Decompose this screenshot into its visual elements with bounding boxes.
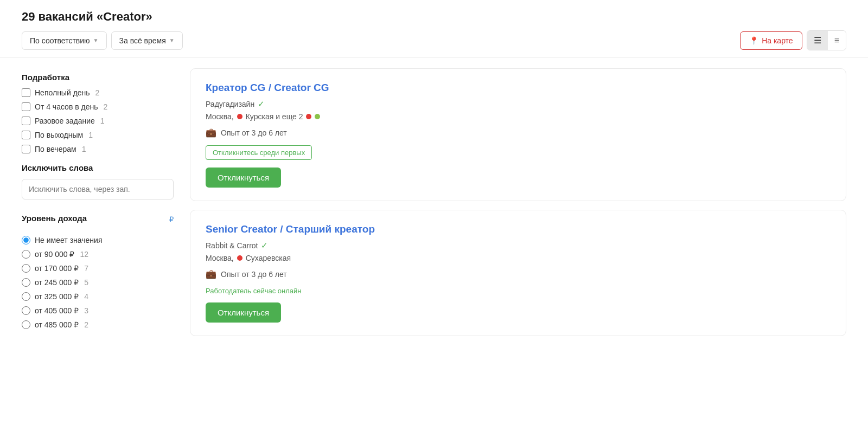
- radio-inc5-label: от 405 000 ₽: [35, 306, 79, 315]
- checkbox-part5[interactable]: По вечерам 1: [22, 145, 174, 153]
- vacancy-list: Креатор CG / Creator CG Радугадизайн ✓ М…: [190, 68, 846, 345]
- checkbox-part5-count: 1: [82, 145, 86, 153]
- checkbox-part1-label: Неполный день: [35, 88, 90, 97]
- checkbox-part3-input[interactable]: [22, 117, 30, 125]
- tag-badge-v1: Откликнитесь среди первых: [206, 145, 312, 160]
- respond-button-v2[interactable]: Откликнуться: [206, 302, 281, 323]
- exclude-title: Исключить слова: [22, 163, 174, 172]
- compact-view-button[interactable]: ☰: [807, 31, 828, 50]
- checkbox-part1-count: 2: [95, 88, 100, 97]
- radio-inc2-input[interactable]: [22, 264, 30, 273]
- radio-inc0[interactable]: Не имеет значения: [22, 236, 174, 244]
- checkbox-part4-count: 1: [88, 131, 93, 139]
- radio-inc5-input[interactable]: [22, 306, 30, 315]
- checkbox-part4[interactable]: По выходным 1: [22, 131, 174, 139]
- vacancy-card-v1: Креатор CG / Creator CG Радугадизайн ✓ М…: [190, 68, 846, 201]
- verified-icon-v2: ✓: [261, 241, 268, 250]
- radio-inc4-count: 4: [84, 292, 88, 301]
- location-row-v1: Москва, Курская и еще 2: [206, 112, 831, 121]
- radio-inc2-count: 7: [84, 264, 88, 273]
- respond-button-v1[interactable]: Откликнуться: [206, 168, 281, 188]
- checkbox-part4-label: По выходным: [35, 131, 83, 139]
- radio-inc3-label: от 245 000 ₽: [35, 278, 79, 287]
- city-v1: Москва,: [206, 112, 234, 121]
- time-label: За всё время: [119, 36, 166, 45]
- radio-inc5[interactable]: от 405 000 ₽ 3: [22, 306, 174, 315]
- checkbox-part1-input[interactable]: [22, 88, 30, 97]
- metro-name-v2: Сухаревская: [246, 254, 291, 262]
- radio-inc4[interactable]: от 325 000 ₽ 4: [22, 292, 174, 301]
- online-badge-v2: Работодатель сейчас онлайн: [206, 287, 831, 295]
- radio-inc5-count: 3: [84, 306, 88, 315]
- radio-inc2-label: от 170 000 ₽: [35, 264, 79, 273]
- metro-dot-v1-3: [315, 114, 320, 119]
- map-button[interactable]: 📍 На карте: [740, 31, 802, 50]
- radio-inc6-input[interactable]: [22, 320, 30, 329]
- exclude-section: Исключить слова: [22, 163, 174, 199]
- exclude-input[interactable]: [22, 179, 174, 199]
- map-button-label: На карте: [762, 36, 793, 45]
- radio-inc6[interactable]: от 485 000 ₽ 2: [22, 320, 174, 329]
- location-row-v2: Москва, Сухаревская: [206, 254, 831, 262]
- radio-inc1-label: от 90 000 ₽: [35, 250, 75, 259]
- checkbox-part2-input[interactable]: [22, 102, 30, 111]
- compact-view-icon: ☰: [814, 36, 821, 45]
- experience-text-v1: Опыт от 3 до 6 лет: [221, 128, 287, 137]
- chevron-down-icon: ▼: [169, 37, 175, 43]
- income-section: Уровень дохода ₽ Не имеет значения от 90…: [22, 209, 174, 329]
- experience-text-v2: Опыт от 3 до 6 лет: [221, 270, 287, 279]
- experience-row-v1: 💼 Опыт от 3 до 6 лет: [206, 127, 831, 138]
- sidebar: Подработка Неполный день 2 От 4 часов в …: [22, 68, 174, 345]
- partitime-title: Подработка: [22, 73, 174, 82]
- radio-inc1-count: 12: [80, 250, 89, 259]
- radio-inc6-count: 2: [84, 320, 88, 329]
- metro-dot-v1-2: [306, 114, 311, 119]
- checkbox-part1[interactable]: Неполный день 2: [22, 88, 174, 97]
- vacancy-card-v2: Senior Creator / Старший креатор Rabbit …: [190, 210, 846, 336]
- radio-inc3-input[interactable]: [22, 278, 30, 287]
- radio-inc2[interactable]: от 170 000 ₽ 7: [22, 264, 174, 273]
- income-title: Уровень дохода: [22, 214, 87, 223]
- company-name-v1: Радугадизайн: [206, 100, 254, 108]
- vacancy-title-v2[interactable]: Senior Creator / Старший креатор: [206, 223, 831, 235]
- metro-dot-v1-1: [237, 114, 242, 119]
- checkbox-part2[interactable]: От 4 часов в день 2: [22, 102, 174, 111]
- sort-label: По соответствию: [30, 36, 90, 45]
- page-title: 29 вакансий «Creator»: [22, 10, 152, 24]
- briefcase-icon-v2: 💼: [206, 269, 216, 279]
- radio-inc0-input[interactable]: [22, 236, 30, 244]
- map-pin-icon: 📍: [749, 36, 758, 45]
- checkbox-part2-count: 2: [104, 102, 108, 111]
- radio-inc4-input[interactable]: [22, 292, 30, 301]
- sort-dropdown[interactable]: По соответствию ▼: [22, 31, 107, 50]
- city-v2: Москва,: [206, 254, 234, 262]
- list-view-icon: ≡: [834, 36, 839, 45]
- radio-inc3[interactable]: от 245 000 ₽ 5: [22, 278, 174, 287]
- radio-inc6-label: от 485 000 ₽: [35, 320, 79, 329]
- checkbox-part5-input[interactable]: [22, 145, 30, 153]
- checkbox-list: Неполный день 2 От 4 часов в день 2 Разо…: [22, 88, 174, 153]
- metro-dot-v2-1: [237, 255, 242, 261]
- time-dropdown[interactable]: За всё время ▼: [111, 31, 183, 50]
- chevron-down-icon: ▼: [93, 37, 99, 43]
- list-view-button[interactable]: ≡: [828, 31, 846, 50]
- radio-inc1[interactable]: от 90 000 ₽ 12: [22, 250, 174, 259]
- checkbox-part3[interactable]: Разовое задание 1: [22, 117, 174, 125]
- vacancy-title-v1[interactable]: Креатор CG / Creator CG: [206, 82, 831, 94]
- checkbox-part5-label: По вечерам: [35, 145, 76, 153]
- view-toggle: ☰ ≡: [807, 30, 846, 50]
- briefcase-icon-v1: 💼: [206, 127, 216, 138]
- radio-inc1-input[interactable]: [22, 250, 30, 259]
- checkbox-part4-input[interactable]: [22, 131, 30, 139]
- company-name-v2: Rabbit & Carrot: [206, 241, 258, 250]
- verified-icon-v1: ✓: [258, 99, 265, 109]
- experience-row-v2: 💼 Опыт от 3 до 6 лет: [206, 269, 831, 279]
- metro-name-v1: Курская и еще 2: [246, 112, 303, 121]
- radio-inc0-label: Не имеет значения: [35, 236, 102, 244]
- checkbox-part3-count: 1: [100, 117, 105, 125]
- income-reset-link[interactable]: ₽: [169, 215, 174, 223]
- radio-inc4-label: от 325 000 ₽: [35, 292, 79, 301]
- checkbox-part3-label: Разовое задание: [35, 117, 95, 125]
- radio-inc3-count: 5: [84, 278, 88, 287]
- checkbox-part2-label: От 4 часов в день: [35, 102, 98, 111]
